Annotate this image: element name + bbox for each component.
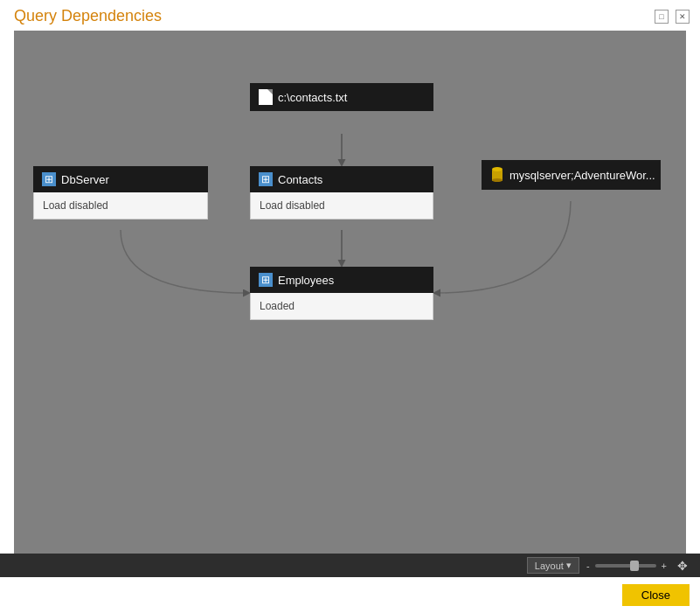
table-icon-employees bbox=[259, 273, 273, 287]
table-icon-dbserver bbox=[42, 172, 56, 186]
node-contacts-status: Load disabled bbox=[250, 192, 433, 219]
main-window: Query Dependencies □ ✕ bbox=[0, 0, 700, 613]
layout-dropdown-icon: ▾ bbox=[566, 560, 572, 571]
node-contacts-file-label: c:\contacts.txt bbox=[278, 91, 347, 104]
zoom-plus-label[interactable]: + bbox=[660, 561, 669, 571]
node-contacts-file[interactable]: c:\contacts.txt bbox=[250, 83, 433, 111]
close-button[interactable]: Close bbox=[622, 584, 690, 606]
node-dbserver[interactable]: DbServer Load disabled bbox=[33, 166, 208, 219]
window-controls: □ ✕ bbox=[655, 10, 690, 24]
node-employees[interactable]: Employees Loaded bbox=[250, 267, 433, 320]
bottom-toolbar: Layout ▾ - + ✥ bbox=[0, 554, 700, 577]
diagram-canvas: c:\contacts.txt DbServer Load disabled C… bbox=[14, 31, 686, 554]
zoom-minus-label[interactable]: - bbox=[585, 561, 592, 571]
node-employees-header: Employees bbox=[250, 267, 433, 293]
node-mysql-label: mysqlserver;AdventureWor... bbox=[509, 169, 655, 182]
file-icon bbox=[259, 89, 273, 105]
node-contacts-header: Contacts bbox=[250, 166, 433, 192]
layout-button[interactable]: Layout ▾ bbox=[527, 557, 579, 574]
minimize-button[interactable]: □ bbox=[655, 10, 669, 24]
title-bar: Query Dependencies □ ✕ bbox=[0, 0, 700, 31]
close-window-button[interactable]: ✕ bbox=[676, 10, 690, 24]
zoom-track[interactable] bbox=[595, 564, 656, 568]
footer: Close bbox=[0, 577, 700, 613]
node-dbserver-header: DbServer bbox=[33, 166, 208, 192]
node-mysql-header: mysqlserver;AdventureWor... bbox=[482, 160, 661, 190]
table-icon-contacts bbox=[259, 172, 273, 186]
window-title: Query Dependencies bbox=[14, 7, 162, 25]
node-dbserver-status: Load disabled bbox=[33, 192, 208, 219]
node-mysql[interactable]: mysqlserver;AdventureWor... bbox=[482, 160, 661, 190]
node-dbserver-label: DbServer bbox=[61, 173, 109, 186]
node-contacts-file-header: c:\contacts.txt bbox=[250, 83, 433, 111]
layout-label: Layout bbox=[535, 561, 564, 571]
node-contacts-label: Contacts bbox=[278, 173, 322, 186]
node-employees-status: Loaded bbox=[250, 293, 433, 320]
node-employees-label: Employees bbox=[278, 274, 334, 287]
zoom-control: - + bbox=[585, 561, 669, 571]
node-contacts[interactable]: Contacts Load disabled bbox=[250, 166, 433, 219]
cylinder-icon bbox=[490, 166, 504, 184]
fit-to-screen-button[interactable]: ✥ bbox=[674, 558, 691, 574]
zoom-thumb bbox=[630, 561, 639, 571]
